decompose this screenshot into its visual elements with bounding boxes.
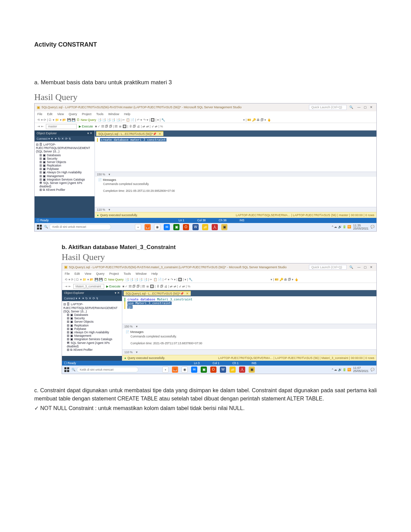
debug-stop[interactable]: ■ ✓ 🕾 🗐 🗐 | 🕾 🗉 🔲 | 🛢 🗐 🖨 | ⇄ ⇄ | ↲ ⇄ | … (95, 125, 163, 128)
ssms-icon[interactable]: ▣ (221, 224, 227, 230)
editor-text[interactable]: create database materi 3 constraint (100, 138, 166, 141)
maximize-button[interactable]: ▢ (362, 265, 368, 269)
quick-launch-input[interactable]: Quick Launch (Ctrl+Q) (309, 105, 347, 110)
sql-editor[interactable]: create database Materi_3_constraint use … (122, 296, 376, 324)
pin-icon[interactable]: 📌 (180, 292, 184, 295)
firefox-icon[interactable]: 🦊 (172, 367, 178, 373)
office-icon[interactable]: O (210, 367, 216, 373)
xbox-icon[interactable]: ▣ (173, 224, 179, 230)
ssms-icon[interactable]: ▣ (249, 367, 255, 373)
tree-node-xevent[interactable]: ⊞ ⧉ XEvent Profiler (63, 348, 121, 351)
tree-root[interactable]: ⊟ 🗄 LAPTOP-RJEC7R0T\SQLSERVERMANAGEMENT … (36, 143, 93, 153)
tree-root[interactable]: ⊟ 🗄 LAPTOP-RJEC7R0T\SQLSERVERMANAGEMENT … (63, 302, 121, 313)
messages-tab[interactable]: 📄 Messages (98, 178, 373, 182)
menu-project[interactable]: Project (109, 272, 119, 276)
close-button[interactable]: ✕ (368, 106, 374, 109)
tree-node-agent[interactable]: 🛠 SQL Server Agent (Agent XPs disabled) (63, 341, 121, 348)
system-tray[interactable]: ^ ☁ 🔊 🔋 🛜 11:35 25/05/2021 💬 (332, 224, 374, 230)
tree-node-management[interactable]: ⊞ ▣ Management (63, 334, 121, 337)
menu-view[interactable]: View (57, 112, 64, 116)
quick-launch-input[interactable]: Quick Launch (Ctrl+Q) (309, 265, 347, 270)
close-tab-icon[interactable]: ✕ (186, 292, 189, 295)
tree-node-replication[interactable]: ⊞ ▣ Replication (63, 324, 121, 327)
menu-project[interactable]: Project (82, 112, 91, 116)
tree-node-integration[interactable]: ⊞ ▣ Integration Services Catalogs (63, 337, 121, 341)
nav-icons[interactable]: ⟲ ▾ ⟳ | 🗋 ▾ 📁 ▾ 📂 💾 💾 (65, 278, 103, 282)
indent-icons[interactable]: ⇥ ⇤ (37, 125, 44, 128)
tray-icons[interactable]: ^ ☁ 🔊 🔋 🛜 (332, 225, 351, 229)
start-button[interactable] (37, 224, 42, 230)
mail-icon[interactable]: ✉ (164, 224, 170, 230)
zoom-level[interactable]: 150 % (124, 325, 133, 328)
menu-file[interactable]: File (65, 272, 70, 276)
maximize-button[interactable]: ▢ (362, 106, 368, 109)
explorer-icon[interactable]: 📁 (202, 224, 208, 230)
word-icon[interactable]: W (220, 367, 226, 373)
database-selector[interactable]: master (46, 124, 77, 129)
nav-icons[interactable]: ⟲ ▾ ⟳ | 🗋 ▾ 📁 ▾ 📂 💾 💾 (37, 118, 75, 122)
mail-icon[interactable]: ✉ (191, 367, 197, 373)
taskbar-search-input[interactable]: Ketik di sini untuk mencari (49, 224, 111, 230)
tree-view[interactable]: ⊟ 🗄 LAPTOP-RJEC7R0T\SQLSERVERMANAGEMENT … (62, 301, 122, 356)
office-icon[interactable]: O (183, 224, 189, 230)
execute-button[interactable]: ▶ Execute (79, 125, 93, 128)
toolbar-right[interactable]: ▾ | 🎫 🔑 🖶 🗐 ▾ 🖕 (271, 278, 298, 282)
tree-node-polybase[interactable]: ⊞ ▣ Polybase (63, 327, 121, 331)
search-icon[interactable]: 🔍 (349, 106, 353, 109)
tree-node-replication[interactable]: ⊞ ▣ Replication (36, 164, 93, 167)
menu-tools[interactable]: Tools (124, 272, 131, 276)
menu-file[interactable]: File (37, 112, 42, 116)
chrome-icon[interactable]: ◉ (182, 367, 188, 373)
tree-node-databases[interactable]: ⊞ ▣ Databases (63, 313, 121, 317)
menu-edit[interactable]: Edit (47, 112, 53, 116)
database-selector[interactable]: Materi_3_constraint (73, 284, 104, 289)
menu-edit[interactable]: Edit (75, 272, 80, 276)
cortana-icon[interactable]: ∘ (162, 367, 169, 373)
tree-node-alwayson[interactable]: ⊞ ▣ Always On High Availability (63, 331, 121, 334)
editor-tab[interactable]: SQLQuery1.sql - L...EC7R0T\ASUS (56))* 📌… (96, 131, 163, 136)
panel-controls[interactable]: ▾ ✕ (115, 291, 120, 295)
messages-tab[interactable]: 📄 Messages (126, 330, 373, 334)
connect-toolbar[interactable]: Connect ▾ ✦ ✦ ↻ ✕ ⟳ ↯ (62, 296, 122, 301)
tree-node-polybase[interactable]: ⊞ ▣ Polybase (36, 167, 93, 171)
tree-node-databases[interactable]: ⊞ ▣ Databases (36, 153, 93, 157)
zoom-level-2[interactable]: 110 % (124, 350, 133, 354)
cortana-icon[interactable]: ∘ (135, 224, 141, 230)
start-button[interactable] (64, 367, 70, 372)
editor-tab[interactable]: SQLQuery1.sql - L...EC7R0T\ASUS (56))* 📌… (124, 291, 191, 296)
toolbar-misc[interactable]: 📑 📑 📑 📑 📑 | ✂ 📋 📄 | ↶ ▾ ↷ ▾ | 🔲 | ▾ | 🔧 (98, 118, 165, 122)
tree-node-xevent[interactable]: ⊞ ⧉ XEvent Profiler (36, 188, 93, 191)
tree-view[interactable]: ⊟ 🗄 LAPTOP-RJEC7R0T\SQLSERVERMANAGEMENT … (35, 141, 95, 196)
tree-node-agent[interactable]: 🛠 SQL Server Agent (Agent XPs disabled) (36, 181, 93, 188)
tray-icons[interactable]: ^ ☁ 🔊 🔋 🛜 (332, 368, 351, 372)
minimize-button[interactable]: — (356, 106, 362, 109)
close-tab-icon[interactable]: ✕ (159, 132, 161, 136)
zoom-level-2[interactable]: 110 % (97, 208, 105, 211)
pdf-icon[interactable]: 人 (239, 367, 245, 373)
xbox-icon[interactable]: ▣ (201, 367, 207, 373)
menu-window[interactable]: Window (136, 272, 147, 276)
menu-query[interactable]: Query (68, 112, 77, 116)
connect-toolbar[interactable]: Connect ▾ ✦ ✦ ↻ ✕ ⟳ ↯ (35, 136, 95, 141)
close-button[interactable]: ✕ (368, 265, 374, 269)
tree-node-server-objects[interactable]: ⊞ ▣ Server Objects (36, 160, 93, 164)
new-query-button[interactable]: 🗒 New Query (104, 278, 124, 282)
taskbar-search-input[interactable]: Ketik di sini untuk mencari (77, 367, 138, 372)
menu-help[interactable]: Help (124, 112, 130, 116)
menu-window[interactable]: Window (108, 112, 119, 116)
new-query-button[interactable]: 🗒 New Query (77, 118, 96, 122)
chrome-icon[interactable]: ◉ (154, 224, 160, 230)
minimize-button[interactable]: — (356, 265, 362, 269)
tree-node-server-objects[interactable]: ⊞ ▣ Server Objects (63, 320, 121, 323)
panel-controls[interactable]: ▾ ✕ (87, 132, 92, 135)
tree-node-alwayson[interactable]: ⊞ ▣ Always On High Availability (36, 171, 93, 174)
toolbar-right[interactable]: ▾ | 🎫 🔑 🖶 🗐 ▾ 🖕 (243, 118, 271, 122)
search-icon[interactable]: 🔍 (349, 265, 353, 269)
word-icon[interactable]: W (192, 224, 199, 230)
pdf-icon[interactable]: 人 (212, 224, 218, 230)
execute-button[interactable]: ▶ Execute (106, 285, 121, 288)
menu-tools[interactable]: Tools (96, 112, 103, 116)
menu-help[interactable]: Help (151, 272, 158, 276)
notifications-icon[interactable]: 💬 (371, 225, 374, 229)
menu-query[interactable]: Query (96, 272, 104, 276)
